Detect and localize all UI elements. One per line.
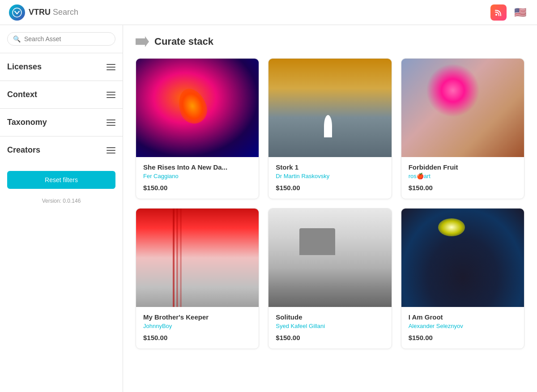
card-body-1: She Rises Into A New Da... Fer Caggiano … [136,157,259,199]
card-4[interactable]: My Brother's Keeper JohnnyBoy $150.00 [136,208,259,349]
card-title-1: She Rises Into A New Da... [143,163,251,171]
search-box[interactable]: 🔍 [7,32,115,46]
curate-arrow-icon [136,36,149,47]
card-title-4: My Brother's Keeper [143,313,251,321]
licenses-label: Licenses [7,62,42,72]
card-body-4: My Brother's Keeper JohnnyBoy $150.00 [136,307,259,349]
creators-label: Creators [7,145,40,155]
card-2[interactable]: Stork 1 Dr Martin Raskovsky $150.00 [268,58,392,199]
logo-icon [9,4,25,21]
card-creator-3[interactable]: ros🍎art [409,173,517,179]
card-price-4: $150.00 [143,334,251,341]
svg-point-1 [495,14,497,16]
card-3[interactable]: Forbidden Fruit ros🍎art $150.00 [401,58,524,199]
search-icon: 🔍 [13,35,21,43]
language-button[interactable]: 🇺🇸 [512,4,528,21]
taxonomy-label: Taxonomy [7,118,47,127]
licenses-menu-icon [107,64,115,70]
cards-grid: She Rises Into A New Da... Fer Caggiano … [136,58,524,349]
context-menu-icon [107,92,115,98]
card-price-5: $150.00 [276,334,384,341]
rss-button[interactable] [490,4,507,21]
card-title-3: Forbidden Fruit [409,163,517,171]
reset-filters-button[interactable]: Reset filters [7,171,115,189]
context-label: Context [7,90,37,99]
taxonomy-menu-icon [107,119,115,126]
card-creator-1[interactable]: Fer Caggiano [143,173,251,179]
card-price-3: $150.00 [409,184,517,192]
card-price-6: $150.00 [409,334,517,341]
version-text: Version: 0.0.146 [0,196,123,206]
card-image-1 [136,59,259,157]
sidebar: 🔍 Licenses Context Taxonomy Creators [0,25,123,392]
card-image-3 [401,59,524,157]
card-image-5 [268,209,391,307]
main-content: Curate stack She Rises Into A New Da... … [123,25,537,392]
card-body-6: I Am Groot Alexander Seleznyov $150.00 [401,307,524,349]
header-actions: 🇺🇸 [490,4,528,21]
search-input[interactable] [24,35,110,43]
card-image-2 [268,59,391,157]
card-title-5: Solitude [276,313,384,321]
card-creator-4[interactable]: JohnnyBoy [143,323,251,329]
sidebar-item-licenses[interactable]: Licenses [0,53,123,81]
search-container: 🔍 [0,32,123,53]
main-layout: 🔍 Licenses Context Taxonomy Creators [0,25,537,392]
card-body-3: Forbidden Fruit ros🍎art $150.00 [401,157,524,199]
sidebar-item-creators[interactable]: Creators [0,136,123,164]
brand-area: VTRU Search [9,4,78,21]
svg-point-0 [13,8,21,17]
card-title-2: Stork 1 [276,163,384,171]
card-creator-6[interactable]: Alexander Seleznyov [409,323,517,329]
page-header: Curate stack [136,36,524,47]
card-price-1: $150.00 [143,184,251,192]
page-title: Curate stack [154,36,213,47]
card-image-4 [136,209,259,307]
card-title-6: I Am Groot [409,313,517,321]
card-creator-2[interactable]: Dr Martin Raskovsky [276,173,384,179]
creators-menu-icon [107,147,115,153]
card-price-2: $150.00 [276,184,384,192]
brand-name: VTRU Search [29,8,78,17]
app-header: VTRU Search 🇺🇸 [0,0,537,25]
card-creator-5[interactable]: Syed Kafeel Gillani [276,323,384,329]
card-body-2: Stork 1 Dr Martin Raskovsky $150.00 [268,157,391,199]
card-body-5: Solitude Syed Kafeel Gillani $150.00 [268,307,391,349]
card-6[interactable]: I Am Groot Alexander Seleznyov $150.00 [401,208,524,349]
sidebar-item-context[interactable]: Context [0,81,123,108]
card-5[interactable]: Solitude Syed Kafeel Gillani $150.00 [268,208,392,349]
sidebar-item-taxonomy[interactable]: Taxonomy [0,108,123,136]
card-1[interactable]: She Rises Into A New Da... Fer Caggiano … [136,58,259,199]
card-image-6 [401,209,524,307]
